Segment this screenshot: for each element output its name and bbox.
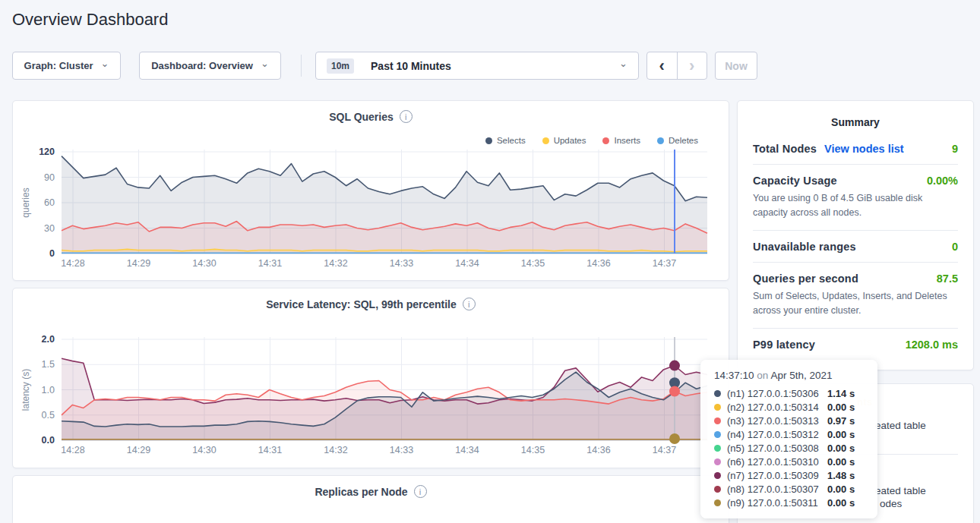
svg-text:14:37: 14:37 <box>653 445 676 455</box>
node-color-dot <box>714 458 721 465</box>
tooltip-node-row: (n4) 127.0.0.1:503120.00 s <box>714 427 867 441</box>
svg-text:14:33: 14:33 <box>390 258 413 269</box>
summary-description: You are using 0 B of 4.5 GiB usable disk… <box>753 191 958 221</box>
svg-text:14:35: 14:35 <box>521 258 545 269</box>
node-address: (n4) 127.0.0.1:50312 <box>727 429 821 440</box>
toolbar-divider <box>301 55 302 77</box>
summary-card: Summary Total NodesView nodes list9Capac… <box>737 100 974 370</box>
sql-queries-chart: 030609012014:2814:2914:3014:3114:3214:33… <box>13 101 730 282</box>
node-address: (n7) 127.0.0.1:50309 <box>727 470 821 481</box>
svg-text:14:36: 14:36 <box>586 445 610 455</box>
summary-row: Capacity Usage0.00%You are using 0 B of … <box>753 165 958 231</box>
time-range-dropdown[interactable]: 10m Past 10 Minutes ⌄ <box>315 52 639 80</box>
summary-value: 9 <box>952 143 958 155</box>
view-nodes-list-link[interactable]: View nodes list <box>824 143 904 155</box>
node-address: (n5) 127.0.0.1:50308 <box>727 443 821 454</box>
node-color-dot <box>714 472 721 479</box>
svg-text:14:30: 14:30 <box>192 258 216 269</box>
svg-text:queries: queries <box>21 187 31 217</box>
tooltip-node-row: (n7) 127.0.0.1:503091.48 s <box>714 468 867 482</box>
svg-text:14:32: 14:32 <box>324 445 347 455</box>
svg-text:14:30: 14:30 <box>192 445 216 455</box>
node-address: (n1) 127.0.0.1:50306 <box>727 388 821 399</box>
summary-title: Summary <box>753 113 958 133</box>
summary-label: Unavailable ranges <box>753 241 856 253</box>
svg-text:14:32: 14:32 <box>324 258 347 269</box>
svg-text:0.5: 0.5 <box>42 410 55 421</box>
chart-title-replicas-per-node: Replicas per Node <box>315 486 407 498</box>
dashboard-dropdown-label: Dashboard: Overview <box>151 60 253 71</box>
event-text-fragment: eated table <box>875 420 926 431</box>
summary-value: 0 <box>952 241 958 253</box>
svg-text:60: 60 <box>44 197 55 208</box>
summary-label: Queries per second <box>753 273 858 285</box>
svg-text:14:37: 14:37 <box>653 258 676 269</box>
dashboard-dropdown[interactable]: Dashboard: Overview ⌄ <box>139 52 281 80</box>
time-prev-button[interactable]: ‹ <box>647 52 677 79</box>
svg-text:14:33: 14:33 <box>390 445 413 455</box>
node-address: (n9) 127.0.0.1:50311 <box>727 497 821 509</box>
node-latency-value: 1.48 s <box>827 470 855 481</box>
node-latency-value: 0.00 s <box>827 429 855 440</box>
svg-text:14:29: 14:29 <box>127 445 150 455</box>
node-address: (n2) 127.0.0.1:50314 <box>727 402 821 413</box>
node-latency-value: 0.00 s <box>827 402 855 413</box>
tooltip-node-row: (n6) 127.0.0.1:503100.00 s <box>714 455 867 468</box>
summary-row: Unavailable ranges0 <box>753 231 958 263</box>
tooltip-node-row: (n9) 127.0.0.1:503110.00 s <box>714 496 867 509</box>
now-button[interactable]: Now <box>715 52 757 80</box>
node-color-dot <box>714 390 721 397</box>
summary-value: 0.00% <box>927 175 958 187</box>
svg-text:14:29: 14:29 <box>127 258 150 269</box>
node-latency-value: 1.14 s <box>827 388 855 399</box>
summary-label: Capacity Usage <box>753 175 837 187</box>
node-address: (n8) 127.0.0.1:50307 <box>727 484 821 495</box>
event-text-fragment: odes <box>880 498 902 509</box>
svg-text:14:31: 14:31 <box>258 258 282 269</box>
sql-queries-panel: SQL Queries i SelectsUpdatesInsertsDelet… <box>12 100 729 281</box>
svg-text:120: 120 <box>39 147 55 157</box>
graph-dropdown-label: Graph: Cluster <box>24 60 93 71</box>
summary-row: P99 latency1208.0 ms <box>753 329 958 360</box>
time-next-button[interactable]: › <box>677 52 707 79</box>
time-range-label: Past 10 Minutes <box>371 60 451 72</box>
node-address: (n3) 127.0.0.1:50313 <box>727 415 821 427</box>
node-address: (n6) 127.0.0.1:50310 <box>727 456 821 468</box>
svg-text:1.0: 1.0 <box>42 385 55 395</box>
svg-text:latency (s): latency (s) <box>21 369 31 411</box>
node-latency-value: 0.00 s <box>827 456 855 468</box>
svg-text:14:34: 14:34 <box>455 258 479 269</box>
summary-value: 87.5 <box>937 273 958 285</box>
node-color-dot <box>714 499 721 506</box>
tooltip-node-row: (n3) 127.0.0.1:503130.97 s <box>714 414 867 427</box>
svg-text:14:28: 14:28 <box>61 445 84 455</box>
svg-text:14:28: 14:28 <box>61 258 84 269</box>
summary-row: Total NodesView nodes list9 <box>753 133 958 165</box>
svg-text:14:36: 14:36 <box>586 258 610 269</box>
chevron-down-icon: ⌄ <box>619 61 628 67</box>
chevron-down-icon: ⌄ <box>101 61 109 67</box>
svg-text:14:31: 14:31 <box>258 445 282 455</box>
node-color-dot <box>714 404 721 411</box>
node-latency-value: 0.00 s <box>827 484 855 495</box>
svg-text:2.0: 2.0 <box>42 334 55 345</box>
service-latency-panel: Service Latency: SQL, 99th percentile i … <box>12 288 729 468</box>
event-text-fragment: eated table <box>875 485 926 496</box>
svg-text:0: 0 <box>49 248 55 259</box>
node-latency-value: 0.00 s <box>827 497 855 509</box>
graph-dropdown[interactable]: Graph: Cluster ⌄ <box>12 52 121 80</box>
node-color-dot <box>714 417 721 424</box>
node-latency-value: 0.97 s <box>827 415 855 427</box>
chart-hover-tooltip: 14:37:10 on Apr 5th, 2021 (n1) 127.0.0.1… <box>700 360 877 518</box>
summary-description: Sum of Selects, Updates, Inserts, and De… <box>753 289 958 319</box>
time-window-badge: 10m <box>327 58 354 74</box>
svg-text:14:34: 14:34 <box>455 445 479 455</box>
svg-text:0.0: 0.0 <box>42 435 55 446</box>
tooltip-timestamp: 14:37:10 on Apr 5th, 2021 <box>714 370 867 381</box>
node-color-dot <box>714 445 721 452</box>
tooltip-node-row: (n1) 127.0.0.1:503061.14 s <box>714 386 867 400</box>
tooltip-node-row: (n5) 127.0.0.1:503080.00 s <box>714 441 867 455</box>
info-icon[interactable]: i <box>414 485 427 498</box>
node-color-dot <box>714 486 721 493</box>
node-latency-value: 0.00 s <box>827 443 855 454</box>
